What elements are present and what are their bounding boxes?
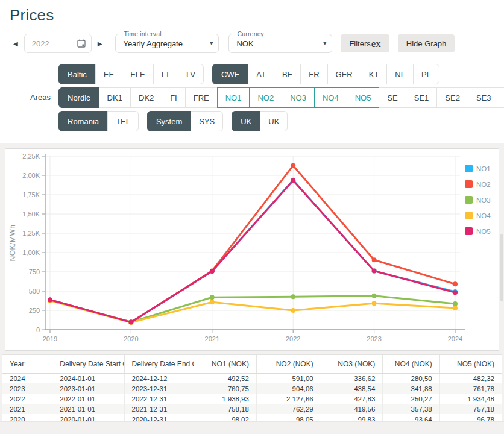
area-group-nordic: NordicDK1DK2FIFRENO1NO2NO3NO4NO5SESE1SE2… bbox=[58, 87, 504, 108]
toolbar: ◀ ▶ Time interval Yearly Aggregate ▾ Cur… bbox=[10, 33, 494, 54]
area-button-lt[interactable]: LT bbox=[153, 64, 178, 84]
area-button-fi[interactable]: FI bbox=[162, 87, 186, 108]
table-cell: 250,27 bbox=[383, 394, 439, 404]
hide-graph-button[interactable]: Hide Graph bbox=[398, 34, 455, 52]
column-header-delivery-date-end-c[interactable]: Delivery Date End C... bbox=[124, 355, 194, 373]
area-button-se3[interactable]: SE3 bbox=[468, 87, 500, 108]
area-button-ger[interactable]: GER bbox=[327, 64, 361, 84]
area-button-se4[interactable]: SE4 bbox=[499, 87, 504, 108]
area-group-toggle-system[interactable]: System bbox=[147, 111, 191, 131]
time-interval-label: Time interval bbox=[121, 30, 163, 37]
column-header-no3-nok[interactable]: NO3 (NOK) bbox=[321, 355, 383, 373]
currency-select[interactable]: Currency NOK ▾ bbox=[228, 34, 332, 53]
x-tick-label: 2021 bbox=[205, 335, 219, 342]
time-interval-select[interactable]: Time interval Yearly Aggregate ▾ bbox=[115, 34, 219, 53]
legend-swatch-no5[interactable] bbox=[465, 227, 473, 235]
area-group-toggle-romania[interactable]: Romania bbox=[58, 111, 108, 131]
data-point-no3 bbox=[291, 294, 295, 299]
data-point-no5 bbox=[210, 269, 215, 274]
previous-year-button[interactable]: ◀ bbox=[10, 38, 22, 49]
area-button-be[interactable]: BE bbox=[274, 64, 301, 84]
legend-label-no3[interactable]: NO3 bbox=[476, 197, 491, 204]
area-button-dk1[interactable]: DK1 bbox=[99, 87, 131, 108]
area-button-dk2[interactable]: DK2 bbox=[130, 87, 162, 108]
area-button-fr[interactable]: FR bbox=[300, 64, 327, 84]
area-button-sys[interactable]: SYS bbox=[191, 111, 223, 131]
legend-swatch-no1[interactable] bbox=[465, 165, 473, 172]
area-group-romania: RomaniaTEL bbox=[58, 111, 139, 131]
area-group-toggle-baltic[interactable]: Baltic bbox=[58, 64, 96, 84]
price-chart-card: 02505007501,00K1,25K1,50K1,75K2,00K2,25K… bbox=[5, 148, 499, 351]
legend-label-no5[interactable]: NO5 bbox=[476, 228, 491, 235]
legend-swatch-no2[interactable] bbox=[465, 180, 473, 188]
area-button-nl[interactable]: NL bbox=[386, 64, 414, 84]
area-button-no1[interactable]: NO1 bbox=[217, 87, 250, 108]
y-tick-label: 0 bbox=[36, 326, 40, 333]
calendar-icon[interactable] bbox=[77, 39, 86, 48]
column-header-delivery-date-start-cet[interactable]: Delivery Date Start CET bbox=[52, 355, 124, 373]
legend-label-no1[interactable]: NO1 bbox=[476, 165, 491, 172]
table-cell: 427,83 bbox=[321, 394, 383, 404]
area-button-ele[interactable]: ELE bbox=[122, 64, 154, 84]
y-tick-label: 1,50K bbox=[22, 210, 40, 218]
table-cell: 492,52 bbox=[194, 373, 256, 383]
area-button-kt[interactable]: KT bbox=[361, 64, 388, 84]
column-header-no4-nok[interactable]: NO4 (NOK) bbox=[383, 355, 439, 373]
column-header-year[interactable]: Year bbox=[2, 355, 52, 373]
data-point-no5 bbox=[128, 320, 133, 325]
year-picker[interactable] bbox=[24, 34, 92, 53]
column-header-no2-nok[interactable]: NO2 (NOK) bbox=[256, 355, 321, 373]
filters-button-suffix: ex bbox=[371, 39, 381, 49]
data-point-no5 bbox=[453, 290, 458, 295]
table-cell: 336,62 bbox=[321, 373, 383, 383]
table-cell: 757,18 bbox=[439, 404, 502, 414]
page-header: Prices ◀ ▶ Time interval Yearly Aggregat… bbox=[0, 0, 504, 143]
area-button-tel[interactable]: TEL bbox=[107, 111, 139, 131]
area-button-no5[interactable]: NO5 bbox=[347, 87, 380, 108]
area-button-se[interactable]: SE bbox=[379, 87, 406, 108]
legend-swatch-no4[interactable] bbox=[465, 212, 473, 219]
area-button-ee[interactable]: EE bbox=[95, 64, 122, 84]
area-button-no2[interactable]: NO2 bbox=[249, 87, 282, 108]
vertical-scrollbar[interactable] bbox=[500, 234, 503, 301]
table-cell: 760,75 bbox=[194, 383, 256, 394]
column-header-no1-nok[interactable]: NO1 (NOK) bbox=[194, 355, 256, 373]
area-button-se1[interactable]: SE1 bbox=[406, 87, 438, 108]
table-row-2024: 20242024-01-012024-12-12492,52591,00336,… bbox=[2, 373, 502, 383]
data-point-no2 bbox=[291, 163, 295, 168]
area-button-fre[interactable]: FRE bbox=[185, 87, 218, 108]
area-button-pl[interactable]: PL bbox=[413, 64, 439, 84]
legend-label-no2[interactable]: NO2 bbox=[476, 181, 491, 188]
area-group-toggle-uk[interactable]: UK bbox=[232, 111, 260, 131]
area-button-se2[interactable]: SE2 bbox=[436, 87, 468, 108]
area-group-toggle-cwe[interactable]: CWE bbox=[212, 64, 248, 84]
table-cell: 2024-12-12 bbox=[124, 373, 194, 383]
legend-label-no4[interactable]: NO4 bbox=[476, 212, 491, 219]
data-point-no4 bbox=[291, 308, 295, 313]
filters-button[interactable]: Filtersex bbox=[341, 34, 389, 52]
next-year-button[interactable]: ▶ bbox=[94, 38, 106, 49]
year-input[interactable] bbox=[32, 39, 77, 48]
x-tick-label: 2022 bbox=[286, 335, 300, 342]
chevron-down-icon: ▾ bbox=[323, 39, 327, 47]
area-button-at[interactable]: AT bbox=[248, 64, 274, 84]
area-button-no4[interactable]: NO4 bbox=[314, 87, 347, 108]
area-button-uk[interactable]: UK bbox=[260, 111, 288, 131]
table-cell: 2024 bbox=[2, 373, 52, 383]
area-button-no3[interactable]: NO3 bbox=[282, 87, 315, 108]
table-cell: 2021 bbox=[2, 404, 52, 414]
area-button-lv[interactable]: LV bbox=[178, 64, 204, 84]
areas-filter-section: Areas BalticEEELELTLVCWEATBEFRGERKTNLPLN… bbox=[10, 64, 494, 131]
price-line-chart: 02505007501,00K1,25K1,50K1,75K2,00K2,25K… bbox=[5, 149, 499, 350]
column-header-no5-nok[interactable]: NO5 (NOK) bbox=[439, 355, 502, 373]
table-cell: 280,50 bbox=[383, 373, 439, 383]
y-tick-label: 750 bbox=[29, 268, 40, 275]
y-tick-label: 1,25K bbox=[22, 230, 40, 237]
currency-value: NOK bbox=[236, 39, 253, 48]
table-cell: 2024-01-01 bbox=[52, 373, 124, 383]
table-cell: 2023-01-01 bbox=[52, 383, 124, 394]
data-point-no5 bbox=[372, 268, 377, 273]
area-group-toggle-nordic[interactable]: Nordic bbox=[58, 87, 99, 108]
legend-swatch-no3[interactable] bbox=[465, 196, 473, 204]
table-cell: 2022 bbox=[2, 394, 52, 404]
